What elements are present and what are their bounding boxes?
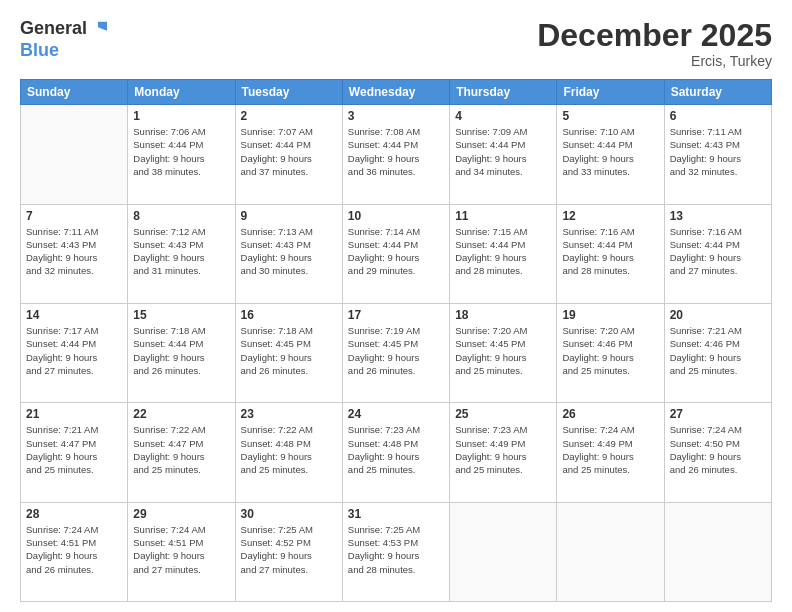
table-row: 19Sunrise: 7:20 AMSunset: 4:46 PMDayligh… — [557, 303, 664, 402]
day-number: 31 — [348, 507, 444, 521]
day-number: 18 — [455, 308, 551, 322]
day-number: 23 — [241, 407, 337, 421]
table-row — [21, 105, 128, 204]
day-number: 5 — [562, 109, 658, 123]
day-number: 16 — [241, 308, 337, 322]
table-row: 6Sunrise: 7:11 AMSunset: 4:43 PMDaylight… — [664, 105, 771, 204]
day-number: 21 — [26, 407, 122, 421]
day-number: 1 — [133, 109, 229, 123]
table-row: 11Sunrise: 7:15 AMSunset: 4:44 PMDayligh… — [450, 204, 557, 303]
day-number: 22 — [133, 407, 229, 421]
header-saturday: Saturday — [664, 80, 771, 105]
day-info: Sunrise: 7:16 AMSunset: 4:44 PMDaylight:… — [562, 225, 658, 278]
table-row: 20Sunrise: 7:21 AMSunset: 4:46 PMDayligh… — [664, 303, 771, 402]
table-row: 25Sunrise: 7:23 AMSunset: 4:49 PMDayligh… — [450, 403, 557, 502]
table-row: 14Sunrise: 7:17 AMSunset: 4:44 PMDayligh… — [21, 303, 128, 402]
table-row — [664, 502, 771, 601]
svg-marker-0 — [98, 22, 107, 31]
page: General Blue December 2025 Ercis, Turkey… — [0, 0, 792, 612]
table-row: 17Sunrise: 7:19 AMSunset: 4:45 PMDayligh… — [342, 303, 449, 402]
title-section: December 2025 Ercis, Turkey — [537, 18, 772, 69]
day-number: 11 — [455, 209, 551, 223]
day-info: Sunrise: 7:18 AMSunset: 4:45 PMDaylight:… — [241, 324, 337, 377]
day-info: Sunrise: 7:23 AMSunset: 4:49 PMDaylight:… — [455, 423, 551, 476]
day-number: 10 — [348, 209, 444, 223]
table-row: 31Sunrise: 7:25 AMSunset: 4:53 PMDayligh… — [342, 502, 449, 601]
day-number: 13 — [670, 209, 766, 223]
day-info: Sunrise: 7:23 AMSunset: 4:48 PMDaylight:… — [348, 423, 444, 476]
table-row: 2Sunrise: 7:07 AMSunset: 4:44 PMDaylight… — [235, 105, 342, 204]
day-info: Sunrise: 7:24 AMSunset: 4:51 PMDaylight:… — [26, 523, 122, 576]
table-row: 23Sunrise: 7:22 AMSunset: 4:48 PMDayligh… — [235, 403, 342, 502]
day-number: 9 — [241, 209, 337, 223]
day-info: Sunrise: 7:10 AMSunset: 4:44 PMDaylight:… — [562, 125, 658, 178]
day-info: Sunrise: 7:17 AMSunset: 4:44 PMDaylight:… — [26, 324, 122, 377]
table-row: 18Sunrise: 7:20 AMSunset: 4:45 PMDayligh… — [450, 303, 557, 402]
day-number: 27 — [670, 407, 766, 421]
logo: General Blue — [20, 18, 107, 61]
table-row: 12Sunrise: 7:16 AMSunset: 4:44 PMDayligh… — [557, 204, 664, 303]
day-info: Sunrise: 7:13 AMSunset: 4:43 PMDaylight:… — [241, 225, 337, 278]
day-info: Sunrise: 7:22 AMSunset: 4:48 PMDaylight:… — [241, 423, 337, 476]
table-row: 24Sunrise: 7:23 AMSunset: 4:48 PMDayligh… — [342, 403, 449, 502]
day-info: Sunrise: 7:06 AMSunset: 4:44 PMDaylight:… — [133, 125, 229, 178]
day-info: Sunrise: 7:22 AMSunset: 4:47 PMDaylight:… — [133, 423, 229, 476]
day-info: Sunrise: 7:20 AMSunset: 4:45 PMDaylight:… — [455, 324, 551, 377]
day-number: 12 — [562, 209, 658, 223]
day-number: 17 — [348, 308, 444, 322]
header-tuesday: Tuesday — [235, 80, 342, 105]
day-info: Sunrise: 7:19 AMSunset: 4:45 PMDaylight:… — [348, 324, 444, 377]
table-row: 16Sunrise: 7:18 AMSunset: 4:45 PMDayligh… — [235, 303, 342, 402]
header-sunday: Sunday — [21, 80, 128, 105]
location: Ercis, Turkey — [537, 53, 772, 69]
day-number: 2 — [241, 109, 337, 123]
day-info: Sunrise: 7:11 AMSunset: 4:43 PMDaylight:… — [26, 225, 122, 278]
day-info: Sunrise: 7:16 AMSunset: 4:44 PMDaylight:… — [670, 225, 766, 278]
header-thursday: Thursday — [450, 80, 557, 105]
day-number: 15 — [133, 308, 229, 322]
day-number: 30 — [241, 507, 337, 521]
day-info: Sunrise: 7:07 AMSunset: 4:44 PMDaylight:… — [241, 125, 337, 178]
day-number: 4 — [455, 109, 551, 123]
calendar: Sunday Monday Tuesday Wednesday Thursday… — [20, 79, 772, 602]
table-row: 4Sunrise: 7:09 AMSunset: 4:44 PMDaylight… — [450, 105, 557, 204]
table-row: 29Sunrise: 7:24 AMSunset: 4:51 PMDayligh… — [128, 502, 235, 601]
table-row: 26Sunrise: 7:24 AMSunset: 4:49 PMDayligh… — [557, 403, 664, 502]
day-info: Sunrise: 7:20 AMSunset: 4:46 PMDaylight:… — [562, 324, 658, 377]
day-info: Sunrise: 7:25 AMSunset: 4:52 PMDaylight:… — [241, 523, 337, 576]
day-number: 29 — [133, 507, 229, 521]
day-info: Sunrise: 7:08 AMSunset: 4:44 PMDaylight:… — [348, 125, 444, 178]
day-info: Sunrise: 7:24 AMSunset: 4:50 PMDaylight:… — [670, 423, 766, 476]
day-number: 20 — [670, 308, 766, 322]
day-info: Sunrise: 7:21 AMSunset: 4:46 PMDaylight:… — [670, 324, 766, 377]
table-row: 1Sunrise: 7:06 AMSunset: 4:44 PMDaylight… — [128, 105, 235, 204]
header-monday: Monday — [128, 80, 235, 105]
day-info: Sunrise: 7:09 AMSunset: 4:44 PMDaylight:… — [455, 125, 551, 178]
table-row: 21Sunrise: 7:21 AMSunset: 4:47 PMDayligh… — [21, 403, 128, 502]
day-info: Sunrise: 7:24 AMSunset: 4:49 PMDaylight:… — [562, 423, 658, 476]
header-wednesday: Wednesday — [342, 80, 449, 105]
header: General Blue December 2025 Ercis, Turkey — [20, 18, 772, 69]
table-row: 27Sunrise: 7:24 AMSunset: 4:50 PMDayligh… — [664, 403, 771, 502]
table-row: 5Sunrise: 7:10 AMSunset: 4:44 PMDaylight… — [557, 105, 664, 204]
table-row: 10Sunrise: 7:14 AMSunset: 4:44 PMDayligh… — [342, 204, 449, 303]
day-info: Sunrise: 7:14 AMSunset: 4:44 PMDaylight:… — [348, 225, 444, 278]
day-info: Sunrise: 7:25 AMSunset: 4:53 PMDaylight:… — [348, 523, 444, 576]
logo-text: General Blue — [20, 18, 107, 61]
day-info: Sunrise: 7:21 AMSunset: 4:47 PMDaylight:… — [26, 423, 122, 476]
table-row: 8Sunrise: 7:12 AMSunset: 4:43 PMDaylight… — [128, 204, 235, 303]
table-row: 28Sunrise: 7:24 AMSunset: 4:51 PMDayligh… — [21, 502, 128, 601]
table-row: 22Sunrise: 7:22 AMSunset: 4:47 PMDayligh… — [128, 403, 235, 502]
day-number: 28 — [26, 507, 122, 521]
table-row: 13Sunrise: 7:16 AMSunset: 4:44 PMDayligh… — [664, 204, 771, 303]
table-row: 3Sunrise: 7:08 AMSunset: 4:44 PMDaylight… — [342, 105, 449, 204]
day-info: Sunrise: 7:18 AMSunset: 4:44 PMDaylight:… — [133, 324, 229, 377]
table-row — [557, 502, 664, 601]
day-number: 8 — [133, 209, 229, 223]
day-number: 24 — [348, 407, 444, 421]
table-row: 7Sunrise: 7:11 AMSunset: 4:43 PMDaylight… — [21, 204, 128, 303]
month-title: December 2025 — [537, 18, 772, 53]
day-number: 26 — [562, 407, 658, 421]
header-friday: Friday — [557, 80, 664, 105]
table-row: 30Sunrise: 7:25 AMSunset: 4:52 PMDayligh… — [235, 502, 342, 601]
